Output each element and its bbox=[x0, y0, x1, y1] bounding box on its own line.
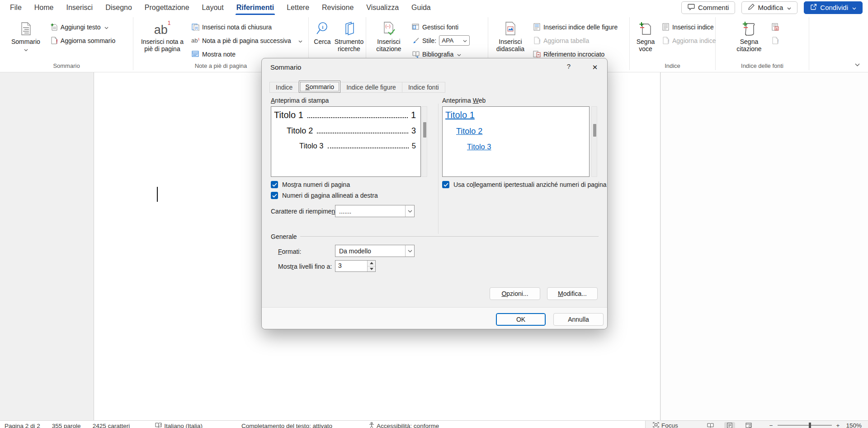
tab-revisione[interactable]: Revisione bbox=[316, 0, 360, 15]
proofing-language[interactable]: Italiano (Italia) bbox=[155, 423, 203, 428]
add-text-button[interactable]: Aggiungi testo bbox=[48, 21, 118, 33]
char-count[interactable]: 2425 caratteri bbox=[93, 423, 130, 428]
view-switcher bbox=[705, 422, 754, 428]
scrollbar-thumb[interactable] bbox=[423, 122, 426, 138]
insert-table-of-figures-button[interactable]: Inserisci indice delle figure bbox=[531, 21, 620, 33]
chevron-down-icon[interactable] bbox=[405, 245, 414, 257]
insert-table-of-authorities-button[interactable]: a bbox=[769, 21, 781, 33]
insert-citation-button[interactable]: (−) Inserisci citazione bbox=[368, 17, 410, 52]
editing-mode-button[interactable]: Modifica bbox=[741, 1, 797, 14]
zoom-in-icon[interactable]: + bbox=[836, 422, 840, 428]
cancel-button[interactable]: Annulla bbox=[553, 313, 604, 326]
tab-lettere[interactable]: Lettere bbox=[280, 0, 316, 15]
toc-entry-page: 3 bbox=[411, 126, 416, 136]
zoom-slider[interactable] bbox=[778, 425, 832, 426]
pencil-icon bbox=[748, 4, 755, 12]
accessibility-status[interactable]: Accessibilità: conforme bbox=[369, 422, 439, 428]
tab-riferimenti[interactable]: Riferimenti bbox=[230, 0, 281, 15]
mark-citation-button[interactable]: Segna citazione bbox=[729, 17, 769, 52]
collapse-ribbon-icon[interactable] bbox=[855, 60, 860, 68]
spinner-down-icon[interactable] bbox=[368, 266, 375, 272]
tab-guida[interactable]: Guida bbox=[405, 0, 437, 15]
tab-file[interactable]: File bbox=[4, 0, 28, 15]
dialog-footer: OK Annulla bbox=[262, 307, 607, 329]
dialog-titlebar[interactable]: Sommario ? ✕ bbox=[262, 58, 607, 77]
comment-icon bbox=[688, 4, 695, 12]
insert-citation-label: Inserisci citazione bbox=[371, 38, 406, 52]
zoom-control: − + 150% bbox=[769, 422, 862, 428]
bibliography-label: Bibliografia bbox=[422, 51, 453, 58]
show-page-numbers-label: Mostra numeri di pagina bbox=[282, 181, 350, 188]
insert-footnote-button[interactable]: ab1 Inserisci nota a piè di pagina bbox=[135, 17, 189, 52]
show-levels-spinner[interactable]: 3 bbox=[335, 260, 376, 272]
update-toc-button[interactable]: ! Aggiorna sommario bbox=[48, 35, 118, 46]
web-layout-view-icon[interactable] bbox=[743, 422, 754, 428]
tab-progettazione[interactable]: Progettazione bbox=[138, 0, 196, 15]
dialog-tab-indice[interactable]: Indice bbox=[269, 82, 299, 93]
chevron-down-icon bbox=[24, 45, 28, 53]
zoom-out-icon[interactable]: − bbox=[769, 422, 773, 428]
web-preview-label: Anteprima Web bbox=[442, 97, 486, 104]
update-authorities-icon: ! bbox=[771, 37, 779, 44]
comments-button[interactable]: Commenti bbox=[681, 1, 735, 14]
next-footnote-button[interactable]: ab1 Nota a piè di pagina successiva bbox=[189, 35, 305, 46]
spinner-up-icon[interactable] bbox=[368, 261, 375, 266]
word-window: File Home Inserisci Disegno Progettazion… bbox=[0, 0, 868, 428]
use-hyperlinks-checkbox[interactable]: Usa collegamenti ipertestuali anziché nu… bbox=[442, 181, 607, 188]
add-text-icon bbox=[50, 23, 58, 31]
tab-disegno[interactable]: Disegno bbox=[99, 0, 138, 15]
update-index-icon: ! bbox=[662, 37, 670, 44]
insert-caption-button[interactable]: Inserisci didascalia bbox=[490, 17, 531, 52]
editing-mode-label: Modifica bbox=[758, 4, 783, 11]
page-indicator[interactable]: Pagina 2 di 2 bbox=[5, 423, 40, 428]
chevron-down-icon bbox=[852, 4, 856, 11]
search-label: Cerca bbox=[314, 38, 330, 45]
zoom-slider-thumb[interactable] bbox=[809, 423, 811, 428]
modify-button[interactable]: Modifica... bbox=[547, 287, 598, 300]
researcher-icon bbox=[342, 20, 356, 37]
print-preview-scrollbar[interactable] bbox=[421, 106, 427, 177]
right-align-numbers-checkbox[interactable]: Numeri di pagina allineati a destra bbox=[271, 192, 378, 199]
ok-button[interactable]: OK bbox=[496, 313, 546, 326]
scrollbar-thumb[interactable] bbox=[593, 124, 596, 137]
insert-index-button[interactable]: Inserisci indice bbox=[660, 21, 718, 33]
tab-layout[interactable]: Layout bbox=[196, 0, 230, 15]
toc-web-link: Titolo 2 bbox=[456, 127, 482, 136]
titlebar-actions: Commenti Modifica Condividi bbox=[681, 1, 868, 14]
show-levels-label: Mostra livelli fino a: bbox=[278, 263, 332, 270]
formats-select[interactable]: Da modello bbox=[335, 245, 415, 257]
options-button[interactable]: Opzioni... bbox=[490, 287, 540, 300]
show-page-numbers-checkbox[interactable]: Mostra numeri di pagina bbox=[271, 181, 350, 188]
search-button[interactable]: Cerca bbox=[311, 17, 334, 45]
zoom-level[interactable]: 150% bbox=[846, 422, 862, 428]
tab-leader-value: ....... bbox=[335, 208, 405, 215]
checkbox-checked-icon bbox=[271, 192, 278, 199]
toc-button[interactable]: Sommario bbox=[8, 17, 43, 53]
update-table-icon: ! bbox=[533, 37, 541, 44]
toc-entry-title: Titolo 2 bbox=[287, 126, 313, 136]
word-count[interactable]: 355 parole bbox=[52, 423, 81, 428]
dialog-tab-indice-fonti[interactable]: Indice fonti bbox=[402, 82, 445, 93]
dot-leader bbox=[307, 117, 408, 118]
tab-visualizza[interactable]: Visualizza bbox=[360, 0, 405, 15]
tab-inserisci[interactable]: Inserisci bbox=[60, 0, 99, 15]
read-mode-view-icon[interactable] bbox=[705, 422, 716, 428]
tab-home[interactable]: Home bbox=[28, 0, 60, 15]
close-icon[interactable]: ✕ bbox=[588, 62, 602, 73]
chevron-down-icon[interactable] bbox=[405, 205, 414, 217]
text-prediction-status[interactable]: Completamento del testo: attivato bbox=[241, 423, 332, 428]
researcher-label: Strumento ricerche bbox=[334, 38, 364, 52]
focus-mode-button[interactable]: Focus bbox=[653, 422, 678, 428]
dialog-tab-sommario[interactable]: Sommario bbox=[299, 81, 340, 93]
web-preview-scrollbar[interactable] bbox=[591, 106, 597, 177]
share-button[interactable]: Condividi bbox=[804, 1, 863, 14]
tab-leader-select[interactable]: ....... bbox=[335, 205, 415, 217]
manage-sources-button[interactable]: Gestisci fonti bbox=[410, 21, 472, 33]
researcher-button[interactable]: Strumento ricerche bbox=[334, 17, 364, 52]
citation-style-select[interactable]: APA bbox=[439, 35, 470, 46]
print-layout-view-icon[interactable] bbox=[724, 422, 735, 428]
mark-entry-button[interactable]: Segna voce bbox=[632, 17, 660, 52]
insert-endnote-button[interactable]: [i] Inserisci nota di chiusura bbox=[189, 21, 305, 33]
help-icon[interactable]: ? bbox=[564, 62, 574, 72]
dialog-tab-indice-figure[interactable]: Indice delle figure bbox=[340, 82, 402, 93]
